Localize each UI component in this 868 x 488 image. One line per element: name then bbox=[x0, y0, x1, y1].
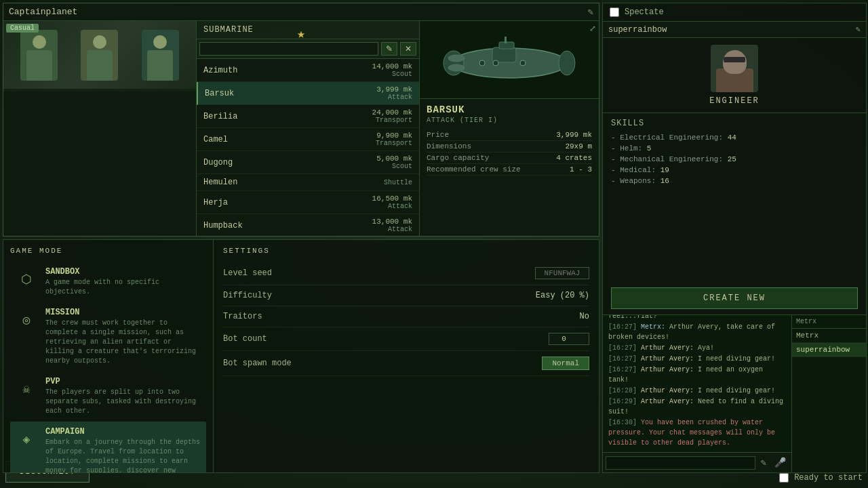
game-mode-title: GAME MODE bbox=[10, 247, 206, 255]
sub-list-item[interactable]: Camel 9,900 mk Transport bbox=[197, 128, 419, 151]
settings-row: Bot spawn mode Normal bbox=[223, 351, 589, 376]
chat-input-row: ✎ 🎤 bbox=[603, 452, 791, 472]
favorite-star-icon[interactable]: ★ bbox=[297, 25, 305, 42]
sub-list-item[interactable]: Herja 16,500 mk Attack bbox=[197, 191, 419, 214]
sub-list-item[interactable]: Azimuth 14,000 mk Scout bbox=[197, 59, 419, 82]
sub-close-btn[interactable]: ✕ bbox=[400, 42, 416, 56]
sub-item-details: 9,900 mk Transport bbox=[376, 131, 412, 147]
sub-image-area: ⤢ bbox=[420, 21, 599, 99]
msg-time: [16:27] bbox=[608, 323, 637, 331]
sub-item-price: 16,500 mk bbox=[372, 195, 412, 203]
msg-time: [16:27] bbox=[608, 366, 637, 373]
skill-item: - Mechanical Engineering: 25 bbox=[611, 154, 858, 165]
player-figure-1 bbox=[20, 30, 58, 81]
player-edit-icon[interactable]: ✎ bbox=[856, 24, 861, 35]
sub-expand-btn[interactable]: ⤢ bbox=[589, 24, 596, 34]
sub-item-details: 24,000 mk Transport bbox=[372, 108, 412, 124]
svg-point-2 bbox=[443, 51, 464, 75]
chat-sidebar-header: Metrx bbox=[792, 315, 866, 329]
sub-item-type: Attack bbox=[376, 94, 412, 101]
skills-list: - Electrical Engineering: 44- Helm: 5- M… bbox=[611, 132, 858, 186]
settings-bot-spawn-btn[interactable]: Normal bbox=[542, 357, 589, 370]
settings-row: Difficulty Easy (20 %) bbox=[223, 285, 589, 306]
sub-item-details: 3,999 mk Attack bbox=[376, 85, 412, 101]
game-mode-text: CAMPAIGN Embark on a journey through the… bbox=[45, 427, 202, 473]
svg-point-7 bbox=[493, 60, 498, 66]
server-edit-icon[interactable]: ✎ bbox=[588, 6, 593, 18]
spectate-checkbox[interactable] bbox=[610, 7, 619, 17]
game-mode-text: SANDBOX A game mode with no specific obj… bbox=[45, 267, 202, 297]
settings-seed-input[interactable] bbox=[535, 267, 589, 279]
sub-dimensions-label: Dimensions bbox=[427, 142, 471, 150]
sub-dimensions-value: 29x9 m bbox=[565, 142, 592, 150]
settings-rows: Level seed Difficulty Easy (20 %) Traito… bbox=[223, 262, 589, 376]
msg-sender: Arthur Avery: bbox=[641, 387, 694, 394]
skills-section: SKILLS - Electrical Engineering: 44- Hel… bbox=[603, 113, 866, 282]
sub-search-input[interactable] bbox=[199, 42, 378, 56]
game-mode-item[interactable]: ◈ CAMPAIGN Embark on a journey through t… bbox=[10, 422, 206, 473]
msg-time: [16:29] bbox=[608, 398, 637, 405]
game-mode-item[interactable]: ⬡ SANDBOX A game mode with no specific o… bbox=[10, 262, 206, 302]
game-mode-name: CAMPAIGN bbox=[45, 427, 202, 436]
sub-cargo-row: Cargo capacity 4 crates bbox=[427, 152, 592, 164]
game-mode-item[interactable]: ◎ MISSION The crew must work together to… bbox=[10, 302, 206, 371]
msg-text: Aya! bbox=[698, 344, 714, 352]
msg-time: [16:27] bbox=[608, 344, 637, 352]
sub-tier-subtitle: ATTACK (TIER I) bbox=[427, 117, 592, 124]
svg-point-8 bbox=[520, 60, 526, 66]
sub-item-type: Attack bbox=[372, 226, 412, 233]
skill-item: - Electrical Engineering: 44 bbox=[611, 132, 858, 143]
settings-bot-count-input[interactable] bbox=[549, 333, 589, 345]
chat-message: [16:28] Arthur Avery: I need diving gear… bbox=[608, 386, 786, 396]
game-mode-desc: The crew must work together to complete … bbox=[45, 319, 202, 366]
sub-crew-value: 1 - 3 bbox=[570, 165, 592, 174]
avatar-glasses bbox=[724, 57, 745, 62]
svg-point-6 bbox=[479, 60, 485, 66]
chat-message: [16:27] Arthur Avery: I need an oxygen t… bbox=[608, 365, 786, 385]
sub-list-item[interactable]: Dugong 5,000 mk Scout bbox=[197, 151, 419, 174]
settings-title: SETTINGS bbox=[223, 247, 589, 255]
skill-value: 16 bbox=[660, 177, 669, 185]
msg-sender: Arthur Avery: bbox=[641, 355, 694, 363]
chat-input[interactable] bbox=[606, 456, 755, 470]
sub-item-type: Transport bbox=[376, 140, 412, 147]
sub-list-item[interactable]: Hemulen Shuttle bbox=[197, 174, 419, 191]
game-mode-text: PVP The players are split up into two se… bbox=[45, 377, 202, 416]
sub-price-row: Price 3,999 mk bbox=[427, 129, 592, 141]
skill-item: - Helm: 5 bbox=[611, 143, 858, 154]
sub-item-name: Azimuth bbox=[203, 66, 237, 75]
chat-mic-icon[interactable]: 🎤 bbox=[772, 455, 789, 470]
sub-list-item[interactable]: Humpback 13,000 mk Attack bbox=[197, 214, 419, 237]
spectate-label: Spectate bbox=[625, 7, 664, 17]
sub-item-price: 24,000 mk bbox=[372, 108, 412, 117]
create-new-button[interactable]: CREATE NEW bbox=[611, 287, 858, 309]
chat-player-item[interactable]: superrainbow bbox=[792, 343, 866, 357]
sub-item-type: Scout bbox=[376, 163, 412, 170]
submarine-title: SUBMARINE bbox=[203, 25, 254, 35]
sub-item-price: 9,900 mk bbox=[376, 131, 412, 140]
game-mode-item[interactable]: ☠ PVP The players are split up into two … bbox=[10, 371, 206, 422]
sub-item-details: 16,500 mk Attack bbox=[372, 195, 412, 210]
chat-player-item[interactable]: Metrx bbox=[792, 329, 866, 343]
chat-message: [16:28] Arthur Avery: Do you ever feel..… bbox=[608, 315, 786, 321]
game-mode-icon: ☠ bbox=[14, 377, 39, 401]
game-mode-icon: ◈ bbox=[14, 427, 39, 451]
svg-point-9 bbox=[448, 55, 465, 62]
sub-details: BARSUK ATTACK (TIER I) Price 3,999 mk Di… bbox=[420, 99, 599, 237]
msg-time: [16:28] bbox=[608, 387, 637, 394]
sub-list-item[interactable]: Barsuk 3,999 mk Attack bbox=[197, 82, 419, 105]
player-name-display: superrainbow bbox=[608, 25, 853, 35]
bottom-panel: GAME MODE ⬡ SANDBOX A game mode with no … bbox=[3, 239, 599, 473]
settings-label: Bot spawn mode bbox=[223, 359, 292, 368]
msg-text: I need diving gear! bbox=[698, 387, 775, 394]
sub-name-title: BARSUK bbox=[427, 104, 592, 115]
settings-value: Easy (20 %) bbox=[536, 291, 589, 300]
sub-item-type: Scout bbox=[372, 70, 412, 78]
game-mode-text: MISSION The crew must work together to c… bbox=[45, 308, 202, 366]
sub-list-item[interactable]: Berilia 24,000 mk Transport bbox=[197, 105, 419, 128]
sub-item-type: Transport bbox=[372, 117, 412, 124]
sub-edit-btn[interactable]: ✎ bbox=[381, 42, 397, 56]
settings-label: Difficulty bbox=[223, 291, 272, 300]
chat-pencil-icon[interactable]: ✎ bbox=[758, 455, 769, 470]
game-modes-list: ⬡ SANDBOX A game mode with no specific o… bbox=[10, 262, 206, 473]
